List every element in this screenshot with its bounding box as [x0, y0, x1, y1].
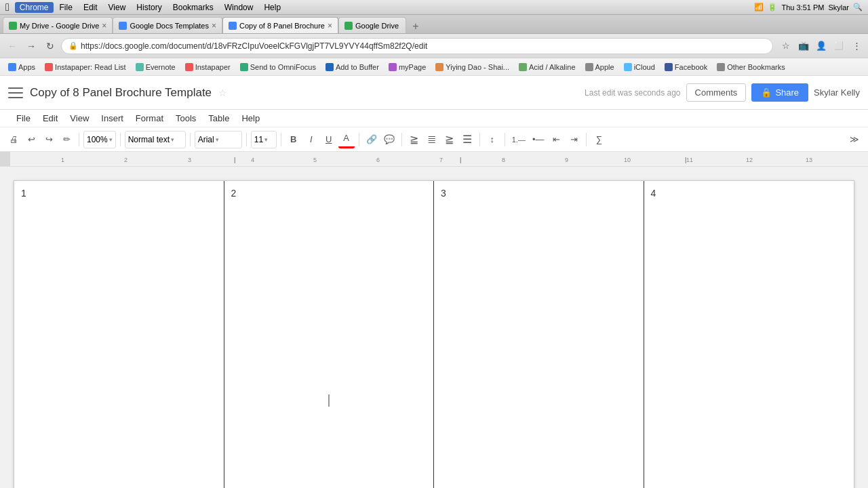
expand-toolbar-button[interactable]: ≫ — [846, 131, 863, 148]
chrome-cast-icon[interactable]: 📺 — [796, 39, 811, 54]
share-button-label: Share — [775, 87, 799, 98]
italic-button[interactable]: I — [303, 131, 319, 148]
tab-1[interactable]: My Drive - Google Drive × — [3, 17, 113, 33]
share-icon: 🔒 — [761, 87, 772, 98]
user-profile-icon[interactable]: 👤 — [814, 39, 829, 54]
docs-help-menu[interactable]: Help — [236, 112, 265, 125]
justify-button[interactable]: ☰ — [459, 131, 475, 148]
align-left-button[interactable]: ≧ — [406, 131, 422, 148]
bold-button[interactable]: B — [285, 131, 302, 148]
file-menu[interactable]: File — [55, 2, 77, 13]
increase-indent-button[interactable]: ⇥ — [566, 131, 582, 148]
bookmarks-menu[interactable]: Bookmarks — [168, 2, 218, 13]
bookmark-icloud[interactable]: iCloud — [620, 60, 659, 74]
undo-button[interactable]: ↩ — [23, 131, 39, 148]
align-center-button[interactable]: ≣ — [424, 131, 440, 148]
numbered-list-button[interactable]: 1.— — [509, 131, 528, 148]
insert-comment-button[interactable]: 💬 — [381, 131, 397, 148]
docs-file-menu[interactable]: File — [11, 112, 36, 125]
style-select[interactable]: Normal text ▾ — [125, 131, 186, 148]
panel-3-number: 3 — [441, 188, 446, 199]
help-menu[interactable]: Help — [259, 2, 285, 13]
edit-menu[interactable]: Edit — [79, 2, 102, 13]
bookmark-mypage[interactable]: myPage — [384, 60, 430, 74]
window-menu[interactable]: Window — [220, 2, 258, 13]
docs-view-menu[interactable]: View — [64, 112, 94, 125]
share-button[interactable]: 🔒 Share — [751, 83, 808, 102]
doc-canvas[interactable]: 1 2 3 4 — [0, 167, 868, 488]
panel-3[interactable]: 3 — [434, 181, 644, 488]
bookmark-evernote[interactable]: Evernote — [132, 60, 180, 74]
bookmark-instapaper[interactable]: Instapaper — [181, 60, 235, 74]
docs-format-menu[interactable]: Format — [130, 112, 169, 125]
forward-button[interactable]: → — [23, 38, 39, 54]
style-arrow: ▾ — [171, 136, 174, 143]
bookmark-facebook[interactable]: Facebook — [660, 60, 711, 74]
formula-button[interactable]: ∑ — [591, 131, 607, 148]
paint-format-button[interactable]: ✏ — [58, 131, 75, 148]
user-name[interactable]: Skylar — [828, 3, 849, 12]
tab-2[interactable]: Google Docs Templates × — [113, 17, 222, 33]
decrease-indent-button[interactable]: ⇤ — [548, 131, 564, 148]
view-menu[interactable]: View — [104, 2, 131, 13]
wifi-icon[interactable]: 📶 — [754, 3, 764, 12]
address-bar[interactable]: 🔒 https://docs.google.com/document/d/18v… — [61, 38, 773, 54]
text-color-button[interactable]: A — [338, 131, 355, 148]
docs-menu-icon[interactable] — [8, 87, 23, 98]
underline-button[interactable]: U — [321, 131, 337, 148]
style-value: Normal text — [128, 135, 170, 144]
bookmark-star-icon[interactable]: ☆ — [778, 39, 793, 54]
panel-1[interactable]: 1 — [14, 181, 224, 488]
new-tab-button[interactable]: + — [408, 20, 424, 33]
back-button[interactable]: ← — [4, 38, 20, 54]
extensions-icon[interactable]: ⬜ — [831, 39, 846, 54]
history-menu[interactable]: History — [132, 2, 166, 13]
font-select[interactable]: Arial ▾ — [195, 131, 242, 148]
print-button[interactable]: 🖨 — [5, 131, 22, 148]
bookmark-buffer[interactable]: Add to Buffer — [321, 60, 383, 74]
bookmark-instapaper-label: Instapaper — [195, 63, 231, 71]
insert-link-button[interactable]: 🔗 — [363, 131, 380, 148]
tab-3[interactable]: Copy of 8 Panel Brochure × — [222, 17, 338, 33]
docs-tools-menu[interactable]: Tools — [170, 112, 201, 125]
line-spacing-button[interactable]: ↕ — [484, 131, 500, 148]
user-avatar[interactable]: Skylar Kelly — [814, 87, 860, 98]
toolbar-divider-3 — [190, 133, 191, 146]
bookmark-acid-label: Acid / Alkaline — [529, 63, 575, 71]
bookmark-acid[interactable]: Acid / Alkaline — [515, 60, 579, 74]
refresh-button[interactable]: ↻ — [42, 38, 58, 54]
redo-button[interactable]: ↪ — [41, 131, 57, 148]
docs-area: Copy of 8 Panel Brochure Template ☆ Last… — [0, 76, 868, 488]
spotlight-icon[interactable]: 🔍 — [853, 3, 863, 12]
bullet-list-button[interactable]: •— — [530, 131, 547, 148]
svg-text:8: 8 — [502, 157, 505, 163]
comments-button[interactable]: Comments — [686, 83, 747, 102]
align-right-button[interactable]: ≧ — [441, 131, 458, 148]
docs-edit-menu[interactable]: Edit — [37, 112, 63, 125]
zoom-select[interactable]: 100% ▾ — [83, 131, 116, 148]
bookmark-apps[interactable]: Apps — [4, 60, 39, 74]
settings-icon[interactable]: ⋮ — [849, 39, 864, 54]
docs-insert-menu[interactable]: Insert — [96, 112, 129, 125]
bookmark-apple[interactable]: Apple — [581, 60, 618, 74]
url-text[interactable]: https://docs.google.com/document/d/18vFR… — [81, 41, 766, 51]
tab-4[interactable]: Google Drive — [338, 17, 406, 33]
battery-icon: 🔋 — [768, 3, 777, 12]
bookmark-omnifocus[interactable]: Send to OmniFocus — [236, 60, 320, 74]
bookmark-instapaper-read[interactable]: Instapaper: Read List — [41, 60, 130, 74]
panel-2[interactable]: 2 — [224, 181, 435, 488]
bookmark-fb-label: Facebook — [675, 63, 707, 71]
tab-3-close[interactable]: × — [328, 21, 332, 30]
toolbar-divider-7 — [401, 133, 402, 146]
tab-1-favicon — [9, 22, 17, 30]
apple-menu[interactable]:  — [5, 1, 9, 14]
tab-1-close[interactable]: × — [102, 21, 106, 30]
tab-2-close[interactable]: × — [212, 21, 216, 30]
bookmark-yiying[interactable]: Yiying Dao - Shai... — [431, 60, 513, 74]
bookmark-other[interactable]: Other Bookmarks — [713, 60, 789, 74]
docs-table-menu[interactable]: Table — [203, 112, 235, 125]
font-size-select[interactable]: 11 ▾ — [251, 131, 277, 148]
chrome-menu[interactable]: Chrome — [15, 2, 54, 13]
panel-4[interactable]: 4 — [644, 181, 854, 488]
docs-star[interactable]: ☆ — [218, 87, 227, 98]
